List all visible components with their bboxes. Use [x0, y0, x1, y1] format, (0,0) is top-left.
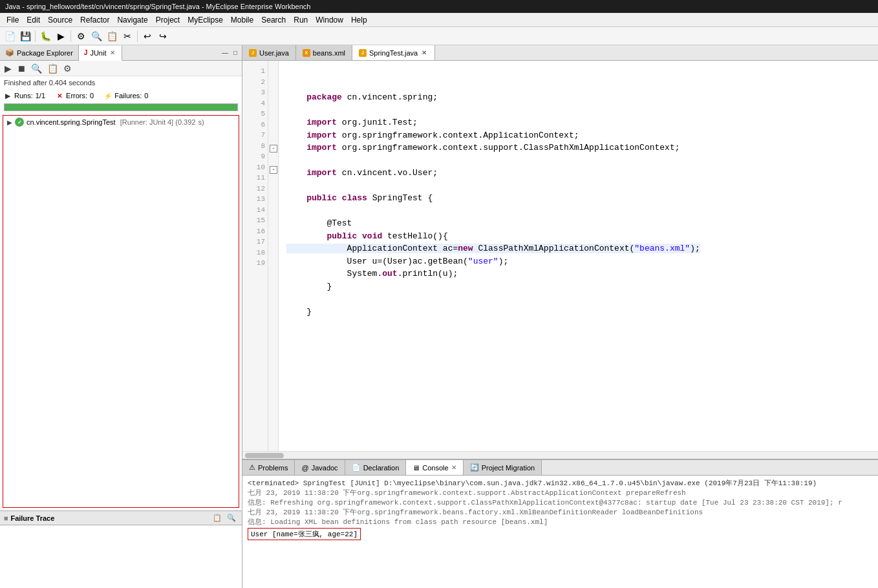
javadoc-icon: @: [301, 464, 308, 472]
tab-springtest-java[interactable]: J SpringTest.java ✕: [352, 45, 435, 60]
failures-label: Failures:: [114, 92, 142, 100]
console-result-line: User [name=张三疯, age=22]: [248, 528, 873, 540]
junit-settings-button[interactable]: ⚙: [61, 63, 74, 74]
code-line-19: }: [286, 307, 312, 317]
toolbar-btn-4[interactable]: 🔍: [89, 29, 103, 43]
tab-beans-xml[interactable]: X beans.xml: [296, 45, 352, 60]
code-line-6: import org.springframework.context.suppo…: [286, 143, 680, 152]
save-button[interactable]: 💾: [18, 29, 32, 43]
tab-project-migration[interactable]: 🔄 Project Migration: [464, 460, 542, 475]
menu-source[interactable]: Source: [44, 14, 76, 26]
tab-user-java[interactable]: J User.java: [242, 45, 296, 60]
tab-javadoc[interactable]: @ Javadoc: [295, 460, 345, 475]
tab-beans-xml-label: beans.xml: [313, 49, 345, 57]
menu-file[interactable]: File: [3, 14, 23, 26]
errors-stat: ✕ Errors: 0: [56, 92, 94, 100]
editor-scrollbar-thumb[interactable]: [245, 453, 284, 458]
console-result: User [name=张三疯, age=22]: [248, 528, 361, 540]
problems-icon: ⚠: [249, 463, 255, 472]
tab-package-explorer-label: Package Explorer: [17, 49, 73, 57]
menu-help[interactable]: Help: [347, 14, 371, 26]
runs-value: 1/1: [36, 92, 45, 100]
code-line-13: public void testHello(){: [286, 231, 448, 241]
menu-project[interactable]: Project: [152, 14, 184, 26]
junit-filter-button[interactable]: 🔍: [29, 63, 44, 74]
failures-value: 0: [144, 92, 148, 100]
left-panel: 📦 Package Explorer J JUnit ✕ — □ ▶ ⏹ 🔍 📋…: [0, 45, 242, 588]
code-line-8: import cn.vincent.vo.User;: [286, 168, 438, 178]
maximize-button[interactable]: □: [231, 48, 239, 57]
declaration-icon: 📄: [352, 463, 361, 472]
code-editor[interactable]: 1 2 3 4 5 6 7 8 9 10 11 12 13 14 15 16 1…: [242, 61, 878, 451]
toolbar-separator-2: [70, 30, 71, 42]
junit-stop-button[interactable]: ⏹: [15, 63, 28, 74]
junit-history-button[interactable]: 📋: [45, 63, 60, 74]
code-gutter: 1 2 3 4 5 6 7 8 9 10 11 12 13 14 15 16 1…: [242, 61, 268, 451]
title-bar: Java - spring_helloword/test/cn/vincent/…: [0, 0, 878, 13]
failure-trace-filter-button[interactable]: 🔍: [225, 514, 238, 522]
tab-junit-close[interactable]: ✕: [109, 49, 116, 56]
tab-console[interactable]: 🖥 Console ✕: [406, 460, 463, 475]
migration-icon: 🔄: [470, 463, 479, 472]
toolbar: 📄 💾 🐛 ▶ ⚙ 🔍 📋 ✂ ↩ ↪: [0, 27, 878, 45]
menu-myeclipse[interactable]: MyEclipse: [184, 14, 227, 26]
tab-package-explorer[interactable]: 📦 Package Explorer: [0, 45, 79, 60]
test-item-detail: [Runner: JUnit 4] (0.392: [118, 118, 196, 126]
console-terminated: <terminated> SpringTest [JUnit] D:\myecl…: [248, 478, 873, 488]
tab-springtest-close[interactable]: ✕: [420, 49, 428, 56]
test-tree-item[interactable]: ▶ ✓ cn.vincent.spring.SpringTest [Runner…: [3, 116, 239, 129]
menu-navigate[interactable]: Navigate: [113, 14, 151, 26]
junit-rerun-button[interactable]: ▶: [3, 63, 14, 74]
run-button[interactable]: ▶: [54, 29, 68, 43]
failure-trace-copy-button[interactable]: 📋: [211, 514, 224, 522]
main-layout: 📦 Package Explorer J JUnit ✕ — □ ▶ ⏹ 🔍 📋…: [0, 45, 878, 588]
collapse-method-marker[interactable]: -: [270, 166, 277, 174]
menu-edit[interactable]: Edit: [23, 14, 44, 26]
editor-scrollbar[interactable]: [242, 451, 878, 459]
expand-icon: ▶: [7, 119, 12, 126]
minimize-button[interactable]: —: [220, 48, 230, 57]
console-line-2: 信息: Refreshing org.springframework.conte…: [248, 498, 873, 507]
console-icon: 🖥: [412, 464, 420, 472]
toolbar-separator-1: [35, 30, 36, 42]
beans-xml-icon: X: [303, 49, 310, 57]
code-line-12: @Test: [286, 218, 352, 228]
tab-console-close[interactable]: ✕: [451, 464, 456, 471]
toolbar-btn-3[interactable]: ⚙: [74, 29, 88, 43]
toolbar-btn-6[interactable]: ✂: [120, 29, 134, 43]
toolbar-btn-7[interactable]: ↩: [140, 29, 155, 43]
console-line-4: 信息: Loading XML bean definitions from cl…: [248, 517, 873, 527]
toolbar-btn-8[interactable]: ↪: [156, 29, 170, 43]
tab-project-migration-label: Project Migration: [482, 464, 535, 472]
menu-run[interactable]: Run: [290, 14, 312, 26]
tab-javadoc-label: Javadoc: [312, 464, 338, 472]
panel-tabs: 📦 Package Explorer J JUnit ✕ — □: [0, 45, 242, 61]
tab-problems[interactable]: ⚠ Problems: [242, 460, 295, 475]
bottom-tabs: ⚠ Problems @ Javadoc 📄 Declaration 🖥 Con…: [242, 460, 878, 476]
toolbar-separator-3: [137, 30, 138, 42]
failure-trace-label: Failure Trace: [10, 514, 54, 522]
collapse-class-marker[interactable]: -: [270, 145, 277, 152]
springtest-icon: J: [359, 49, 367, 57]
menu-search[interactable]: Search: [257, 14, 290, 26]
test-item-suffix: s): [198, 118, 204, 126]
menu-refactor[interactable]: Refactor: [76, 14, 113, 26]
debug-button[interactable]: 🐛: [38, 29, 52, 43]
code-line-4: import org.junit.Test;: [286, 118, 418, 127]
test-tree[interactable]: ▶ ✓ cn.vincent.spring.SpringTest [Runner…: [3, 115, 239, 508]
tab-junit[interactable]: J JUnit ✕: [79, 46, 123, 61]
code-line-2: package cn.vincent.spring;: [286, 92, 438, 102]
title-text: Java - spring_helloword/test/cn/vincent/…: [5, 3, 310, 10]
new-button[interactable]: 📄: [3, 29, 17, 43]
tab-declaration[interactable]: 📄 Declaration: [345, 460, 407, 475]
toolbar-btn-5[interactable]: 📋: [105, 29, 119, 43]
code-content[interactable]: package cn.vincent.spring; import org.ju…: [279, 61, 878, 451]
editor-tabs: J User.java X beans.xml J SpringTest.jav…: [242, 45, 878, 61]
failure-trace-body: [0, 525, 242, 588]
code-line-10: public class SpringTest {: [286, 193, 433, 203]
test-pass-icon: ✓: [15, 118, 24, 127]
errors-value: 0: [90, 92, 94, 100]
menu-mobile[interactable]: Mobile: [227, 14, 257, 26]
menu-window[interactable]: Window: [312, 14, 347, 26]
tab-user-java-label: User.java: [259, 49, 289, 57]
